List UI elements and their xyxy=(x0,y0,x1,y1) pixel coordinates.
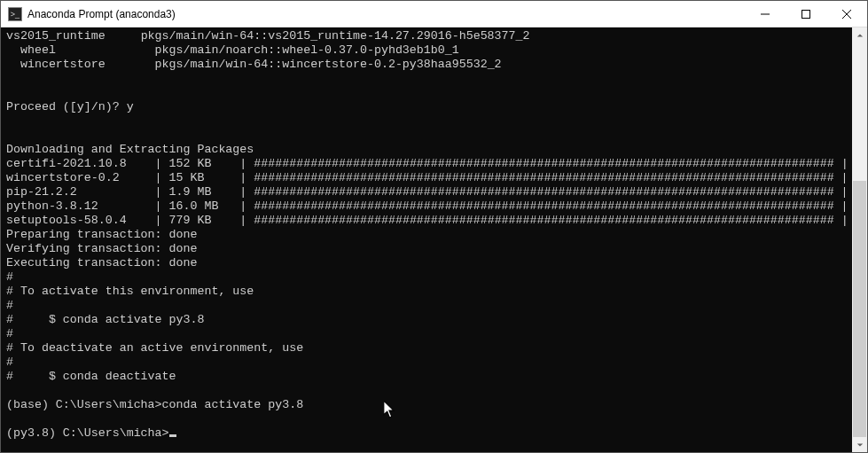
help-line: # $ conda activate py3.8 xyxy=(6,313,204,326)
prompt-line[interactable]: (py3.8) C:\Users\micha> xyxy=(6,426,176,440)
pkg-line: wheel pkgs/main/noarch::wheel-0.37.0-pyh… xyxy=(6,43,459,57)
trans-prep: Preparing transaction: done xyxy=(6,228,197,241)
window-title: Anaconda Prompt (anaconda3) xyxy=(27,8,745,20)
maximize-button[interactable] xyxy=(786,1,826,27)
scroll-up-button[interactable] xyxy=(852,27,867,43)
pkg-line: vs2015_runtime pkgs/main/win-64::vs2015_… xyxy=(6,29,530,43)
scrollbar-track[interactable] xyxy=(852,43,867,437)
download-row: pip-21.2.2 | 1.9 MB | ##################… xyxy=(6,185,852,199)
help-line: # xyxy=(6,327,13,340)
scrollbar-thumb[interactable] xyxy=(853,181,866,437)
scroll-down-button[interactable] xyxy=(852,437,867,452)
trans-exec: Executing transaction: done xyxy=(6,256,197,269)
help-line: # To deactivate an active environment, u… xyxy=(6,341,303,355)
help-line: # xyxy=(6,355,13,369)
prompt-line: (base) C:\Users\micha>conda activate py3… xyxy=(6,398,303,411)
download-row: wincertstore-0.2 | 15 KB | #############… xyxy=(6,171,852,184)
text-cursor xyxy=(169,434,176,437)
pkg-line: wincertstore pkgs/main/win-64::wincertst… xyxy=(6,58,502,71)
proceed-prompt: Proceed ([y]/n)? y xyxy=(6,100,134,113)
vertical-scrollbar[interactable] xyxy=(852,27,867,452)
download-row: setuptools-58.0.4 | 779 KB | ###########… xyxy=(6,214,852,227)
help-line: # xyxy=(6,299,13,312)
help-line: # To activate this environment, use xyxy=(6,285,254,298)
close-button[interactable] xyxy=(826,1,867,27)
content-wrap: vs2015_runtime pkgs/main/win-64::vs2015_… xyxy=(1,27,867,452)
app-icon: >_ xyxy=(8,7,22,21)
help-line: # xyxy=(6,270,13,284)
title-bar[interactable]: >_ Anaconda Prompt (anaconda3) xyxy=(1,1,867,27)
window-buttons xyxy=(745,1,867,27)
help-line: # $ conda deactivate xyxy=(6,370,176,383)
minimize-button[interactable] xyxy=(745,1,786,27)
terminal-output[interactable]: vs2015_runtime pkgs/main/win-64::vs2015_… xyxy=(1,27,852,452)
svg-rect-0 xyxy=(802,10,810,18)
download-header: Downloading and Extracting Packages xyxy=(6,143,254,156)
download-row: certifi-2021.10.8 | 152 KB | ###########… xyxy=(6,157,852,170)
terminal-window: >_ Anaconda Prompt (anaconda3) vs2015_ru… xyxy=(0,0,868,453)
trans-verify: Verifying transaction: done xyxy=(6,242,197,255)
download-row: python-3.8.12 | 16.0 MB | ##############… xyxy=(6,199,852,213)
